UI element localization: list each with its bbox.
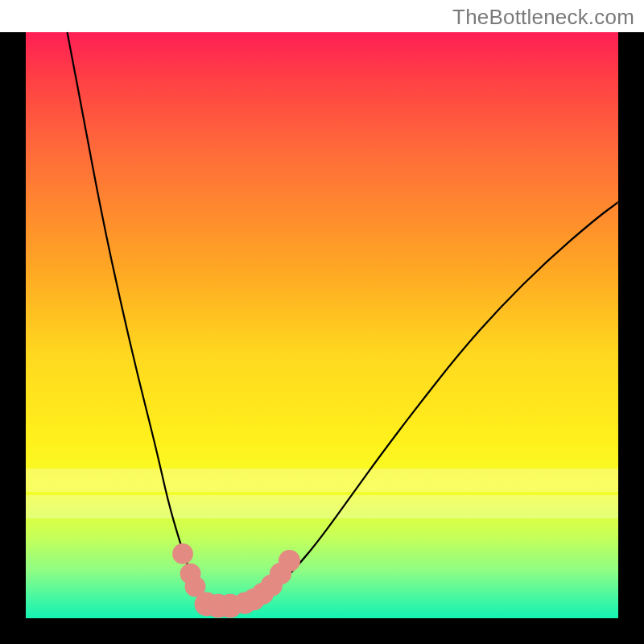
watermark-text: TheBottleneck.com	[452, 5, 634, 30]
bottleneck-curve-svg	[26, 32, 618, 618]
curve-marker	[172, 543, 193, 564]
bottleneck-curve-path	[68, 32, 619, 606]
chart-stage: TheBottleneck.com	[0, 0, 644, 644]
curve-marker	[279, 550, 300, 572]
plot-area	[26, 32, 618, 618]
plot-frame	[0, 32, 644, 644]
curve-markers	[172, 543, 300, 618]
